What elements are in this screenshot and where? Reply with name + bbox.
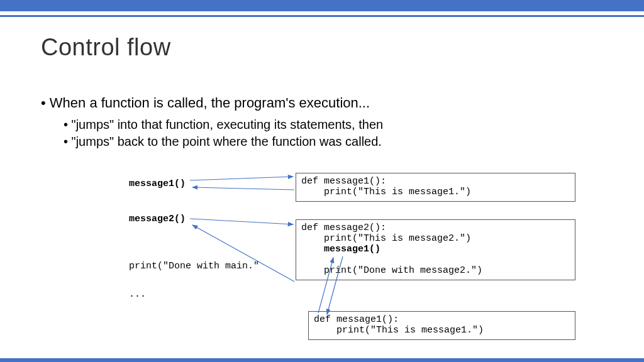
top-accent-bar <box>0 0 644 11</box>
top-accent-line <box>0 15 644 17</box>
code-print-done: print("Done with main." <box>129 261 259 272</box>
code-blank-line <box>301 255 570 265</box>
bullet-level2-a: "jumps" into that function, executing it… <box>64 116 606 133</box>
def-message1-box: def message1(): print("This is message1.… <box>296 173 575 202</box>
nested-call-message1: message1() <box>324 244 380 255</box>
arrow-call-to-def2 <box>190 219 293 224</box>
code-line: def message1(): <box>314 314 570 325</box>
slide-body: When a function is called, the program's… <box>41 94 606 150</box>
code-ellipsis: ... <box>129 289 146 300</box>
code-line: def message1(): <box>301 176 570 187</box>
def-message1-box-repeat: def message1(): print("This is message1.… <box>308 311 575 340</box>
bullet-level2-b: "jumps" back to the point where the func… <box>64 133 606 150</box>
arrow-return-from-def1 <box>192 187 294 190</box>
code-call-message2: message2() <box>129 214 186 224</box>
slide: Control flow When a function is called, … <box>0 0 644 362</box>
code-line: def message2(): <box>301 222 570 233</box>
code-line: message1() <box>301 244 570 255</box>
slide-title: Control flow <box>41 34 171 61</box>
code-call-message1: message1() <box>129 178 186 189</box>
arrow-return-from-def2 <box>192 225 294 282</box>
bottom-accent-bar <box>0 358 644 362</box>
code-line: print("This is message1.") <box>301 187 570 197</box>
code-line: print("This is message1.") <box>314 325 570 336</box>
code-line: print("This is message2.") <box>301 233 570 244</box>
code-line: print("Done with message2.") <box>301 265 570 276</box>
def-message2-box: def message2(): print("This is message2.… <box>296 219 575 280</box>
bullet-level1: When a function is called, the program's… <box>41 94 606 112</box>
arrow-call-to-def1 <box>190 177 293 180</box>
